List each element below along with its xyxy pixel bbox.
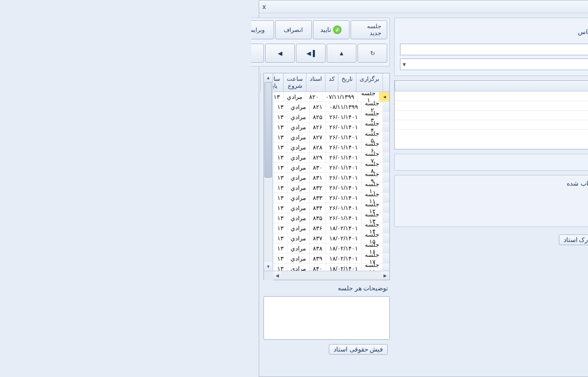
session-start: ۱۳	[22, 132, 36, 143]
cancel-button[interactable]: انصراف	[24, 20, 61, 39]
session-date: ۲۶/۰۱/۱۴۰۱	[74, 112, 110, 122]
session-code: ۸۲۸	[58, 143, 74, 153]
sessions-col-start[interactable]: ساعت شروع	[32, 73, 55, 91]
sessions-col-holding[interactable]: برگزاری	[105, 73, 131, 91]
session-date: ۰۸/۱۱/۱۳۹۹	[74, 102, 110, 112]
teacher-last: مرادي	[506, 158, 522, 166]
register-payment-checkbox[interactable]: ✓	[560, 202, 567, 208]
session-date: ۲۶/۰۱/۱۴۰۱	[74, 143, 110, 153]
nav-up-button[interactable]: ▲	[75, 44, 105, 63]
session-date: ۲۶/۰۱/۱۴۰۱	[74, 132, 110, 143]
sessions-vscroll[interactable]: ▲ ▼	[13, 73, 22, 271]
session-start: ۱۳	[22, 233, 36, 244]
scroll-up-icon[interactable]: ▲	[13, 73, 21, 82]
course-code: ۴۹۵۷۱۷۹۵	[532, 111, 564, 120]
course-row[interactable]: ۱۱۷۵۸۱۵۸ کاربر ICDL	[143, 91, 574, 101]
session-code: ۸۳۵	[58, 213, 74, 223]
search-icon	[373, 23, 390, 40]
check-icon: ✓	[82, 26, 90, 34]
row-indicator-icon	[131, 183, 138, 193]
session-code: ۸۲۹	[58, 153, 74, 163]
search-input[interactable]	[149, 44, 568, 55]
sessions-hscroll[interactable]: ◀ ▶	[13, 271, 138, 280]
course-name: کاربر رایانه (کار و دانش)	[143, 101, 532, 111]
course-grid[interactable]: کد دوره دوره آموزشی ۱۱۷۵۸۱۵۸ کاربر ICDL …	[143, 80, 574, 149]
notes-textarea[interactable]	[12, 296, 139, 340]
session-start: ۱۳	[22, 203, 36, 213]
payment-title: پرداخت حقوق کلاس انتخاب شده	[316, 180, 401, 187]
session-start: ۱۳	[22, 183, 36, 193]
payment-confirm-button[interactable]: تایید	[547, 212, 567, 222]
session-teacher: مرادي	[36, 193, 58, 203]
confirm-button[interactable]: ✓ تایید	[62, 20, 98, 39]
session-date: ۲۶/۰۱/۱۴۰۱	[74, 183, 110, 193]
course-code: ۱۱۷۵۸۱۵۸	[532, 91, 564, 101]
row-indicator-icon	[131, 153, 138, 163]
session-date: ۲۶/۰۱/۱۴۰۱	[74, 193, 110, 203]
session-date: ۲۶/۰۱/۱۴۰۱	[74, 173, 110, 183]
payment-amount: ۶۵۰۰۰۰	[349, 190, 368, 198]
main-window: حضور و غیاب x نمایش بر اساس کد دوره دوره…	[7, 0, 579, 377]
close-icon[interactable]: x	[11, 3, 15, 11]
session-code: ۸۳۲	[58, 183, 74, 193]
session-date: ۱۸/۰۲/۱۴۰۱	[74, 254, 110, 264]
session-code: ۸۲۰	[54, 92, 71, 102]
row-indicator-icon	[564, 101, 574, 111]
teacher-docs-button[interactable]: مدارک استاد	[308, 234, 350, 245]
session-start: ۱۳	[22, 254, 36, 264]
sessions-col-teacher[interactable]: استاد	[55, 73, 74, 91]
row-indicator-icon	[131, 223, 138, 233]
nav-prev-button[interactable]: ▶	[0, 44, 13, 63]
session-start: ۱۳	[22, 213, 36, 223]
session-date: ۲۶/۰۱/۱۴۰۱	[74, 122, 110, 132]
session-teacher: مرادي	[36, 254, 58, 264]
session-code: ۸۳۴	[58, 203, 74, 213]
scroll-right-icon[interactable]: ▶	[130, 271, 138, 280]
nav-last-button[interactable]: ▐◀	[45, 44, 74, 63]
payment-panel: پرداخت حقوق کلاس انتخاب شده ۶۵۰۰۰۰ ✓ ثبت…	[143, 175, 574, 227]
row-indicator-icon	[131, 203, 138, 213]
course-name: کاربر ICDL	[143, 91, 532, 101]
sessions-col-date[interactable]: تاریخ	[87, 73, 105, 91]
scroll-thumb[interactable]	[13, 82, 21, 178]
session-date: ۱۸/۰۲/۱۴۰۱	[74, 233, 110, 244]
session-teacher: مرادي	[36, 173, 58, 183]
session-code: ۸۳۱	[58, 173, 74, 183]
session-date: ۲۶/۰۱/۱۴۰۱	[74, 203, 110, 213]
session-code: ۸۳۶	[58, 223, 74, 233]
nav-next-button[interactable]: ◀	[14, 44, 44, 63]
session-start: ۱۳	[22, 163, 36, 173]
course-row[interactable]: ۲۷۷۳۹۵۶۸ کاربر رایانه (کار و دانش)	[143, 120, 574, 130]
session-teacher: مرادي	[36, 223, 58, 233]
course-code: ۱۱۸۱۹۷۵۵	[532, 101, 564, 111]
scroll-down-icon[interactable]: ▼	[13, 262, 21, 271]
salary-slip-button[interactable]: فیش حقوقی استاد	[78, 344, 137, 355]
row-indicator-icon	[127, 92, 138, 102]
session-start: ۱۳	[22, 244, 36, 254]
row-indicator-icon	[564, 91, 574, 101]
session-code: ۸۳۰	[58, 163, 74, 173]
course-row[interactable]: ۴۹۵۷۱۷۹۵ کاربر رایانه (کار و دانش)	[143, 111, 574, 120]
row-indicator-icon	[131, 122, 138, 132]
new-session-button[interactable]: جلسه جدید	[99, 20, 136, 39]
sessions-grid[interactable]: برگزاری تاریخ کد استاد ساعت شروع ساعت پا…	[12, 73, 139, 280]
course-col-code[interactable]: کد دوره	[532, 81, 564, 91]
row-indicator-icon	[131, 193, 138, 203]
register-payment-label: ثبت پرداخت	[527, 201, 558, 208]
scroll-left-icon[interactable]: ◀	[22, 271, 30, 280]
course-row[interactable]: ۱۱۸۱۹۷۵۵ کاربر رایانه (کار و دانش)	[143, 101, 574, 111]
session-teacher: مرادي	[36, 244, 58, 254]
toolbar-panel: جلسه جدید ✓ تایید انصراف ویرایش حذف ✓ چا…	[0, 18, 139, 66]
nav-refresh-button[interactable]: ↻	[106, 44, 136, 63]
sessions-col-code[interactable]: کد	[74, 73, 87, 91]
search-dropdown[interactable]	[149, 58, 568, 70]
sessions-col-indicator	[131, 73, 138, 91]
session-code: ۸۳۳	[58, 193, 74, 203]
payments-list-button[interactable]: لیست پرداختی ها	[354, 234, 410, 245]
teacher-panel: استاد: بهزاد مرادي	[143, 154, 574, 171]
course-name: کاربر رایانه (کار و دانش)	[143, 111, 532, 120]
course-col-name[interactable]: دوره آموزشی	[143, 81, 532, 91]
session-date: ۱۸/۰۲/۱۴۰۱	[74, 223, 110, 233]
teacher-first: بهزاد	[532, 158, 544, 166]
edit-button[interactable]: ویرایش	[0, 20, 23, 39]
